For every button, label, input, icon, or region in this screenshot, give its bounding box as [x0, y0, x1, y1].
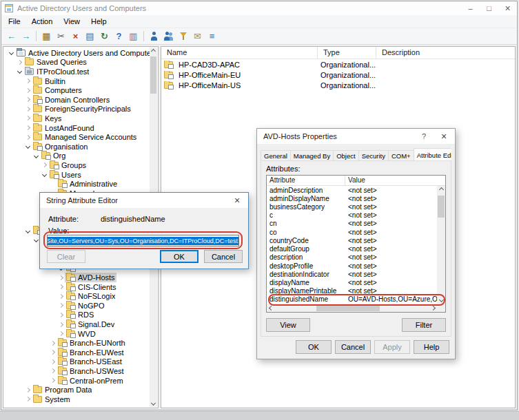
- scrollbar-thumb[interactable]: [150, 56, 156, 94]
- scroll-down-icon[interactable]: [150, 399, 157, 407]
- tree-item[interactable]: Program Data: [4, 385, 150, 395]
- maximize-button[interactable]: □: [480, 1, 498, 15]
- attribute-row[interactable]: co<not set>: [267, 228, 437, 236]
- back-icon[interactable]: ←: [4, 30, 19, 43]
- filter-button[interactable]: Filter: [402, 318, 446, 332]
- close-button[interactable]: ×: [498, 1, 517, 15]
- set-filter-icon[interactable]: [176, 30, 190, 43]
- attribute-row[interactable]: businessCategory<not set>: [267, 202, 437, 211]
- list-item[interactable]: HP-OfficeMain-EUOrganizational...: [161, 70, 515, 80]
- tree-item[interactable]: NoGPO: [4, 301, 150, 311]
- tree-item[interactable]: Signal.Dev: [4, 319, 150, 329]
- attribute-row[interactable]: adminDisplayName<not set>: [267, 194, 437, 202]
- tree-item[interactable]: Builtin: [4, 76, 150, 86]
- tree-item[interactable]: Branch-USWest: [4, 366, 150, 376]
- attribute-row[interactable]: cn<not set>: [267, 220, 437, 228]
- tab-managed-by[interactable]: Managed By: [290, 150, 334, 160]
- tree-item[interactable]: Org: [4, 151, 150, 161]
- scroll-up-icon[interactable]: [150, 48, 157, 55]
- attribute-row[interactable]: distinguishedNameOU=AVD-Hosts,OU=Azure,O…: [267, 295, 437, 304]
- tree-item[interactable]: Managed Service Accounts: [4, 132, 150, 142]
- menu-view[interactable]: View: [58, 16, 85, 27]
- attribute-row[interactable]: c<not set>: [267, 211, 437, 220]
- attribute-list-hscrollbar[interactable]: [267, 304, 437, 312]
- tree-item[interactable]: Organisation: [4, 142, 150, 151]
- view-list-icon[interactable]: ≡: [205, 30, 219, 43]
- ok-button[interactable]: OK: [296, 340, 332, 354]
- attribute-row[interactable]: adminDescription<not set>: [267, 186, 437, 194]
- attribute-row[interactable]: defaultGroup<not set>: [267, 245, 437, 253]
- expand-chevron-icon[interactable]: [48, 360, 57, 364]
- scroll-left-icon[interactable]: [267, 304, 275, 312]
- expand-chevron-icon[interactable]: [23, 116, 32, 120]
- show-hide-tree-icon[interactable]: ▦: [39, 30, 54, 43]
- collapse-chevron-icon[interactable]: [32, 154, 40, 158]
- tree-item[interactable]: LostAndFound: [4, 123, 150, 133]
- tree-item[interactable]: NoFSLogix: [4, 291, 150, 301]
- help-button[interactable]: Help: [414, 340, 449, 354]
- collapse-chevron-icon[interactable]: [23, 145, 32, 148]
- attr-column-header-value[interactable]: Value: [345, 176, 445, 185]
- collapse-chevron-icon[interactable]: [40, 173, 48, 176]
- minimize-button[interactable]: –: [461, 1, 480, 15]
- expand-chevron-icon[interactable]: [23, 107, 32, 111]
- tree-item[interactable]: Branch-EUNorth: [4, 338, 150, 348]
- expand-chevron-icon[interactable]: [40, 163, 48, 167]
- attr-column-header-attribute[interactable]: Attribute: [267, 176, 345, 185]
- send-mail-icon[interactable]: ✉: [190, 30, 205, 43]
- expand-chevron-icon[interactable]: [23, 126, 32, 129]
- tree-item[interactable]: Users: [4, 170, 150, 180]
- forward-icon[interactable]: →: [19, 30, 33, 43]
- tree-item[interactable]: ForeignSecurityPrincipals: [4, 105, 150, 114]
- cancel-button[interactable]: Cancel: [204, 250, 243, 263]
- properties-list-icon[interactable]: ▤: [83, 30, 97, 43]
- expand-chevron-icon[interactable]: [57, 276, 65, 280]
- tree-item[interactable]: Domain Controllers: [4, 95, 150, 105]
- tab-attribute-editor[interactable]: Attribute Editor: [414, 148, 451, 160]
- collapse-chevron-icon[interactable]: [15, 70, 23, 73]
- attribute-row[interactable]: countryCode<not set>: [267, 236, 437, 244]
- tree-item[interactable]: Branch-EUWest: [4, 348, 150, 357]
- tree-item[interactable]: Groups: [4, 160, 150, 170]
- column-header-type[interactable]: Type: [318, 47, 376, 59]
- dialog-help-icon[interactable]: ?: [415, 129, 433, 144]
- expand-chevron-icon[interactable]: [57, 323, 65, 326]
- scroll-up-icon[interactable]: [437, 186, 445, 193]
- attribute-row[interactable]: displayName<not set>: [267, 278, 437, 286]
- scrollbar-thumb[interactable]: [438, 196, 445, 218]
- delete-icon[interactable]: ×: [68, 30, 83, 43]
- tree-item[interactable]: Administrative: [4, 179, 150, 189]
- tree-item[interactable]: Keys: [4, 114, 150, 123]
- tree-item[interactable]: Computers: [4, 85, 150, 95]
- tree-item[interactable]: System: [4, 395, 150, 404]
- export-list-icon[interactable]: ▥: [126, 30, 141, 43]
- tab-security[interactable]: Security: [358, 150, 389, 160]
- scrollbar-thumb[interactable]: [316, 304, 380, 311]
- expand-chevron-icon[interactable]: [23, 98, 32, 101]
- expand-chevron-icon[interactable]: [23, 79, 32, 83]
- cancel-button[interactable]: Cancel: [335, 340, 371, 354]
- refresh-icon[interactable]: ↻: [97, 30, 112, 43]
- tree-item[interactable]: Saved Queries: [4, 58, 150, 67]
- expand-chevron-icon[interactable]: [48, 379, 57, 382]
- attribute-row[interactable]: destinationIndicator<not set>: [267, 270, 437, 278]
- column-header-description[interactable]: Description: [376, 47, 515, 59]
- apply-button[interactable]: Apply: [374, 340, 410, 354]
- attribute-row[interactable]: desktopProfile<not set>: [267, 262, 437, 270]
- expand-chevron-icon[interactable]: [23, 388, 32, 392]
- list-item[interactable]: HP-OfficeMain-USOrganizational...: [161, 80, 515, 90]
- attribute-row[interactable]: displayNamePrintable<not set>: [267, 287, 437, 295]
- scroll-right-icon[interactable]: [429, 304, 437, 312]
- value-input[interactable]: =Azure,OU=Site,OU=Servers,OU=Sys,OU=Orga…: [47, 235, 239, 246]
- dialog-close-icon[interactable]: ×: [226, 193, 248, 208]
- menu-action[interactable]: Action: [26, 16, 59, 27]
- help-icon[interactable]: ?: [112, 30, 126, 43]
- dialog-close-icon[interactable]: ×: [433, 129, 455, 144]
- ok-button[interactable]: OK: [160, 250, 199, 263]
- expand-chevron-icon[interactable]: [15, 61, 23, 64]
- clear-button[interactable]: Clear: [47, 250, 85, 263]
- expand-chevron-icon[interactable]: [48, 342, 57, 345]
- create-group-icon[interactable]: [161, 30, 176, 43]
- list-item[interactable]: HP-CAD3D-APACOrganizational...: [161, 59, 515, 70]
- collapse-chevron-icon[interactable]: [23, 229, 32, 233]
